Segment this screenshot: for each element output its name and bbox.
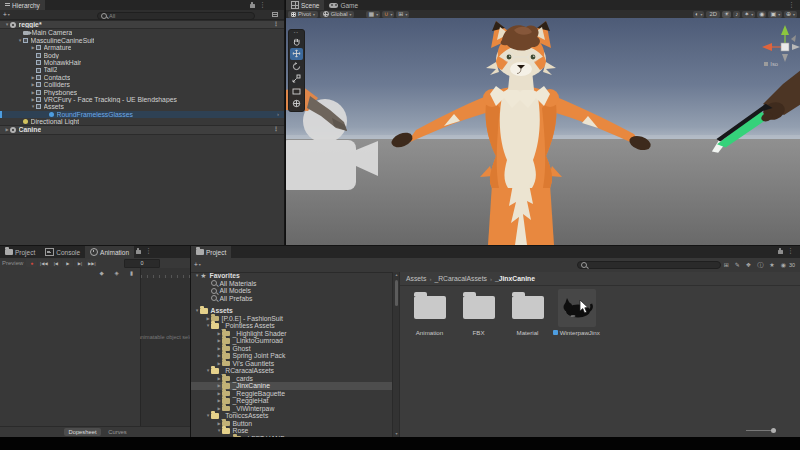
hierarchy-item-masculinecaninesuit[interactable]: ▼MasculineCanineSuit xyxy=(0,37,284,44)
tab-animation[interactable]: Animation xyxy=(85,246,134,258)
add-keyframe-button[interactable]: ◆ xyxy=(96,269,107,277)
effects-toggle-button[interactable]: ✶▾ xyxy=(742,11,755,18)
project-tree-favorites[interactable]: ▼★Favorites xyxy=(191,272,392,280)
create-asset-button[interactable]: +▾ xyxy=(194,261,201,268)
search-scene-button[interactable]: ⊕▾ xyxy=(784,11,797,18)
grid-visibility-button[interactable]: ▦▾ xyxy=(366,11,380,18)
hierarchy-item-roundframelessglasses[interactable]: RoundFramelessGlasses› xyxy=(0,111,284,118)
hidden-packages-toggle[interactable]: ◉30 xyxy=(780,262,796,269)
kebab-menu-icon[interactable]: ⋮ xyxy=(145,247,152,254)
filter-by-label-icon[interactable]: ✎ xyxy=(734,262,741,269)
breadcrumb-segment[interactable]: _RCaracalAssets xyxy=(434,275,487,282)
record-button[interactable]: ● xyxy=(26,259,37,267)
project-tree-all-prefabs[interactable]: All Prefabs xyxy=(191,295,392,303)
next-frame-button[interactable]: ▶| xyxy=(74,259,85,267)
project-tree-pointless-assets[interactable]: ▼_Pointless Assets xyxy=(191,322,392,330)
skip-to-end-button[interactable]: ▶▶| xyxy=(86,259,97,267)
play-button[interactable]: ▶ xyxy=(62,259,73,267)
tab-hierarchy[interactable]: Hierarchy xyxy=(0,0,45,10)
breadcrumb-segment[interactable]: _JinxCanine xyxy=(495,275,535,282)
hierarchy-item-directional-light[interactable]: Directional Light xyxy=(0,118,284,125)
scale-tool[interactable] xyxy=(290,73,303,86)
tab-project-bl[interactable]: Project xyxy=(0,246,40,258)
project-tree-all-models[interactable]: All Models xyxy=(191,287,392,295)
tab-console[interactable]: Console xyxy=(40,246,85,258)
create-object-button[interactable]: +▾ xyxy=(3,11,10,18)
audio-toggle-button[interactable]: ♪ xyxy=(733,11,740,18)
hierarchy-options-icon[interactable] xyxy=(272,12,278,17)
hierarchy-item-vrcfury-face-tracking-ue-blendshapes[interactable]: ▶VRCFury - Face Tracking - UE Blendshape… xyxy=(0,96,284,103)
dopesheet-button[interactable]: Dopesheet xyxy=(64,428,101,436)
project-tree-rcaracalassets[interactable]: ▼_RCaracalAssets xyxy=(191,367,392,375)
project-tree-vi-s-gauntlets[interactable]: ▶Vi's Gauntlets xyxy=(191,360,392,368)
project-tree-linktogumroad[interactable]: ▶_LinktoGumroad xyxy=(191,337,392,345)
hand-tool[interactable] xyxy=(290,35,303,48)
hierarchy-item-physbones[interactable]: ▶Physbones xyxy=(0,89,284,96)
project-tree-assets[interactable]: ▼Assets xyxy=(191,307,392,315)
lock-icon[interactable] xyxy=(778,250,783,254)
snap-increment-button[interactable]: ⊞▾ xyxy=(396,11,409,18)
rect-tool[interactable] xyxy=(290,85,303,98)
frame-number-field[interactable]: 0 xyxy=(124,259,160,268)
rotate-tool[interactable] xyxy=(290,60,303,73)
kebab-menu-icon[interactable]: ⋮ xyxy=(273,21,279,28)
event-marker-button[interactable]: ▮ xyxy=(126,269,137,277)
asset-material[interactable]: Material xyxy=(505,287,550,437)
asset-fbx[interactable]: FBX xyxy=(456,287,501,437)
project-tree-all-materials[interactable]: All Materials xyxy=(191,280,392,288)
thumbnail-zoom-slider[interactable] xyxy=(746,428,776,433)
curves-button[interactable]: Curves xyxy=(102,428,133,436)
lock-icon[interactable] xyxy=(136,250,141,254)
hierarchy-item-tail2[interactable]: Tail2 xyxy=(0,66,284,73)
tab-scene[interactable]: Scene xyxy=(286,0,324,10)
previous-frame-button[interactable]: |◀ xyxy=(50,259,61,267)
asset-animation[interactable]: Animation xyxy=(407,287,452,437)
project-tree-viwinterpaw[interactable]: ▶_ViWinterpaw xyxy=(191,405,392,413)
2d-toggle-button[interactable]: 2D xyxy=(706,11,719,18)
saved-searches-icon[interactable]: ❖ xyxy=(745,262,752,269)
tab-project[interactable]: Project xyxy=(191,246,231,258)
prefab-chevron-icon[interactable]: › xyxy=(277,111,279,118)
preview-toggle[interactable]: Preview xyxy=(2,260,23,266)
scene-viewport[interactable]: ▪▪ xyxy=(286,18,800,245)
projection-label[interactable]: Iso xyxy=(764,61,778,67)
project-tree-jinxcanine[interactable]: ▶_JinxCanine xyxy=(191,382,392,390)
project-search-input[interactable] xyxy=(577,261,721,269)
hierarchy-item-colliders[interactable]: ▶Colliders xyxy=(0,81,284,88)
lock-icon[interactable] xyxy=(250,4,255,8)
hierarchy-item-armature[interactable]: ▶Armature xyxy=(0,44,284,51)
favorites-star-icon[interactable]: ★ xyxy=(768,262,775,269)
project-tree-reggiehat[interactable]: ▶_ReggieHat xyxy=(191,397,392,405)
move-tool[interactable] xyxy=(290,48,303,61)
lighting-toggle-button[interactable]: ☀ xyxy=(722,11,731,18)
breadcrumb-segment[interactable]: Assets xyxy=(406,275,426,282)
tab-game[interactable]: Game xyxy=(324,0,363,10)
add-event-button[interactable]: ◈ xyxy=(111,269,122,277)
kebab-menu-icon[interactable]: ⋮ xyxy=(788,1,795,8)
hierarchy-item-contacts[interactable]: ▶Contacts xyxy=(0,74,284,81)
kebab-menu-icon[interactable]: ⋮ xyxy=(787,247,794,254)
project-tree-spring-joint-pack[interactable]: ▶Spring Joint Pack xyxy=(191,352,392,360)
hierarchy-item-assets[interactable]: ▼Assets xyxy=(0,103,284,110)
pivot-toggle-button[interactable]: Pivot▾ xyxy=(288,11,318,18)
hierarchy-scene-reggie[interactable]: ▼reggie*⋮ xyxy=(0,20,284,29)
shading-mode-button[interactable]: ◐▾ xyxy=(693,11,705,18)
project-tree-rose[interactable]: ▼Rose xyxy=(191,427,392,435)
project-tree-toniccsassets[interactable]: ▼_ToniccsAssets xyxy=(191,412,392,420)
grid-snapping-button[interactable]: ∪▾ xyxy=(382,11,394,18)
dopesheet-area[interactable] xyxy=(140,278,190,427)
slider-knob[interactable] xyxy=(771,428,776,433)
transform-tool[interactable] xyxy=(290,98,303,111)
scrollbar-thumb[interactable] xyxy=(395,280,399,306)
asset-winterpawjinx[interactable]: WinterpawJinx xyxy=(554,287,599,437)
hierarchy-item-body[interactable]: Body xyxy=(0,52,284,59)
skip-to-start-button[interactable]: |◀◀ xyxy=(38,259,49,267)
hierarchy-item-main-camera[interactable]: Main Camera xyxy=(0,29,284,36)
info-icon[interactable]: ⓘ xyxy=(756,262,764,269)
hierarchy-scene-canine[interactable]: ▶Canine⋮ xyxy=(0,125,284,134)
orientation-toggle-button[interactable]: Global▾ xyxy=(320,11,355,18)
gizmos-visibility-button[interactable]: ◉ xyxy=(757,11,766,18)
hierarchy-item-mohawkhair[interactable]: MohawkHair xyxy=(0,59,284,66)
kebab-menu-icon[interactable]: ⋮ xyxy=(273,126,279,133)
kebab-menu-icon[interactable]: ⋮ xyxy=(259,1,266,8)
